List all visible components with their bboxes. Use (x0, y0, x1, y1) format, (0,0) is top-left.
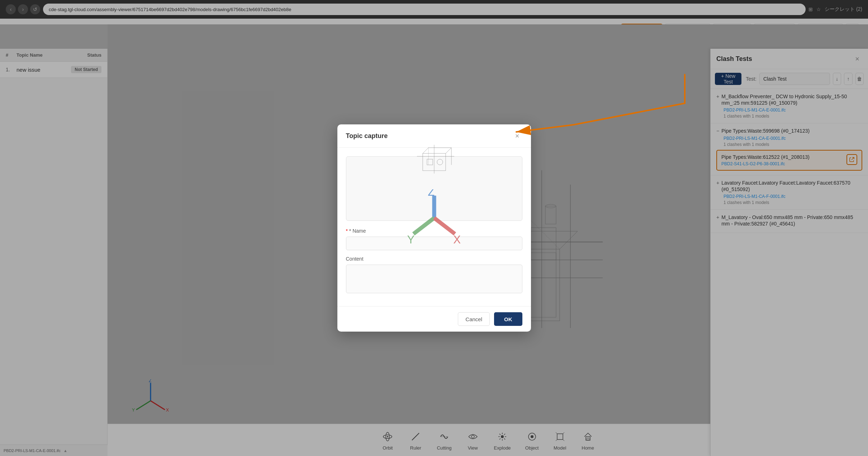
app-container: ← TOPIC LIST | Assembly: PBD Assembly ▽ … (0, 19, 868, 456)
ok-button[interactable]: OK (494, 312, 522, 326)
cancel-button[interactable]: Cancel (458, 312, 490, 326)
dialog-preview: Z Y X (346, 156, 522, 221)
axis-icon-area: Z Y X (405, 189, 463, 248)
preview-sketch (405, 129, 463, 186)
svg-text:X: X (453, 233, 461, 246)
svg-line-76 (446, 148, 451, 153)
svg-rect-80 (427, 159, 433, 165)
svg-point-81 (437, 159, 443, 165)
dialog-overlay: Topic capture × (0, 0, 868, 456)
required-asterisk: * (346, 228, 349, 234)
svg-line-75 (423, 148, 428, 153)
topic-capture-dialog: Topic capture × (337, 124, 531, 332)
dialog-body: Z Y X * * Name Con (337, 148, 531, 306)
dialog-footer: Cancel OK (337, 306, 531, 332)
content-textarea[interactable] (346, 265, 522, 293)
svg-text:Y: Y (407, 233, 414, 246)
axis-icon: Z Y X (405, 189, 463, 247)
dialog-close-button[interactable]: × (512, 131, 522, 141)
content-field-group: Content (346, 256, 522, 295)
svg-text:Z: Z (428, 189, 435, 198)
content-field-label: Content (346, 256, 522, 262)
dialog-title: Topic capture (346, 132, 388, 140)
svg-line-85 (413, 218, 434, 234)
svg-line-86 (434, 218, 455, 234)
